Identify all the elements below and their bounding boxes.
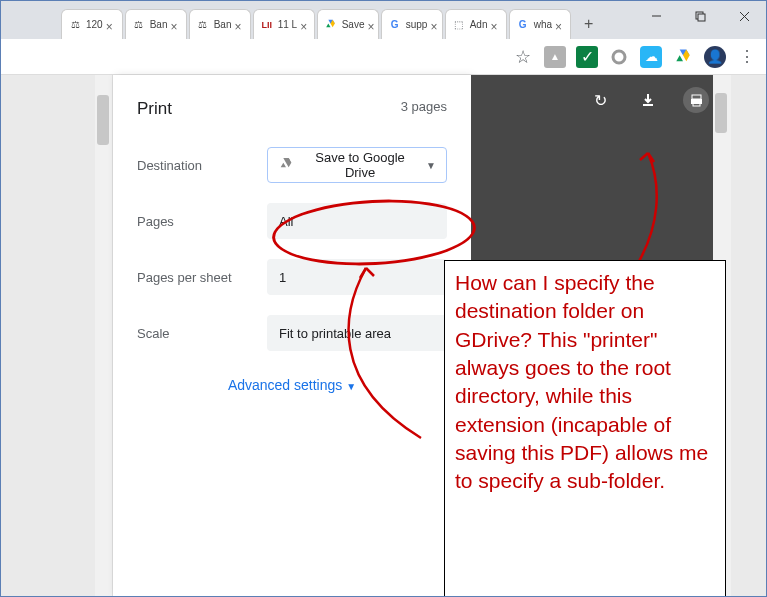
pages-select[interactable]: All (267, 203, 447, 239)
browser-tab[interactable]: LII11 L× (253, 9, 315, 39)
page-count: 3 pages (401, 99, 447, 119)
minimize-button[interactable] (634, 1, 678, 31)
close-icon[interactable]: × (367, 20, 374, 30)
scales-icon: ⚖ (68, 18, 82, 32)
bookmark-star-icon[interactable]: ☆ (512, 46, 534, 68)
tab-label: 11 L (278, 19, 297, 30)
annotation-textbox: How can I specify the destination folder… (444, 260, 726, 597)
close-window-button[interactable] (722, 1, 766, 31)
window-controls (634, 1, 766, 31)
scrollbar-left[interactable] (95, 75, 113, 596)
cloud-icon[interactable]: ☁ (640, 46, 662, 68)
reload-icon[interactable]: ↻ (587, 87, 613, 113)
close-icon[interactable]: × (106, 20, 116, 30)
browser-tab[interactable]: Gwha× (509, 9, 571, 39)
print-icon[interactable] (683, 87, 709, 113)
browser-tab[interactable]: ⬚Adn× (445, 9, 507, 39)
ring-icon[interactable] (608, 46, 630, 68)
download-icon[interactable] (635, 87, 661, 113)
close-icon[interactable]: × (234, 20, 243, 30)
tab-label: Save (342, 19, 365, 30)
pps-select[interactable]: 1 (267, 259, 447, 295)
avatar-icon[interactable]: 👤 (704, 46, 726, 68)
browser-tab[interactable]: ⚖Ban× (125, 9, 187, 39)
maximize-button[interactable] (678, 1, 722, 31)
scales-icon: ⚖ (196, 18, 210, 32)
admin-icon: ⬚ (452, 18, 466, 32)
new-tab-button[interactable]: + (577, 12, 601, 36)
browser-tab[interactable]: ⚖Ban× (189, 9, 251, 39)
svg-rect-2 (698, 14, 705, 21)
lii-icon: LII (260, 18, 274, 32)
content-area: Print 3 pages Destination Save to Google… (1, 75, 766, 596)
menu-icon[interactable]: ⋮ (736, 46, 758, 68)
close-icon[interactable]: × (490, 20, 499, 30)
pages-label: Pages (137, 214, 267, 229)
tab-label: Adn (470, 19, 488, 30)
drive-icon (278, 156, 294, 175)
close-icon[interactable]: × (300, 20, 308, 30)
tab-label: 120 (86, 19, 103, 30)
close-icon[interactable]: × (555, 20, 564, 30)
scales-icon: ⚖ (132, 18, 146, 32)
close-icon[interactable]: × (430, 20, 437, 30)
tab-strip: ⚖120× ⚖Ban× ⚖Ban× LII11 L× Save× Gsupp× … (1, 1, 766, 39)
browser-tab[interactable]: ⚖120× (61, 9, 123, 39)
browser-tab[interactable]: Save× (317, 9, 379, 39)
destination-select[interactable]: Save to Google Drive ▼ (267, 147, 447, 183)
svg-rect-6 (692, 95, 701, 99)
annotation-text: How can I specify the destination folder… (455, 271, 708, 492)
close-icon[interactable]: × (170, 20, 179, 30)
chevron-down-icon: ▼ (426, 160, 436, 171)
scroll-thumb[interactable] (97, 95, 109, 145)
drive-extension-icon[interactable] (672, 46, 694, 68)
google-icon: G (388, 18, 402, 32)
adobe-icon[interactable]: ▲ (544, 46, 566, 68)
print-dialog: Print 3 pages Destination Save to Google… (113, 75, 471, 596)
scale-label: Scale (137, 326, 267, 341)
chevron-down-icon: ▼ (346, 381, 356, 392)
checkmark-icon[interactable]: ✓ (576, 46, 598, 68)
scale-select[interactable]: Fit to printable area (267, 315, 447, 351)
browser-tab[interactable]: Gsupp× (381, 9, 443, 39)
google-icon: G (516, 18, 530, 32)
toolbar: ☆ ▲ ✓ ☁ 👤 ⋮ (1, 39, 766, 75)
destination-value: Save to Google Drive (302, 150, 418, 180)
print-title: Print (137, 99, 172, 119)
destination-label: Destination (137, 158, 267, 173)
pps-label: Pages per sheet (137, 270, 267, 285)
tab-label: supp (406, 19, 428, 30)
advanced-settings-link[interactable]: Advanced settings ▼ (113, 361, 471, 409)
svg-point-5 (613, 51, 625, 63)
tab-label: wha (534, 19, 552, 30)
tab-label: Ban (214, 19, 232, 30)
tab-label: Ban (150, 19, 168, 30)
scroll-thumb[interactable] (715, 93, 727, 133)
drive-icon (324, 18, 338, 32)
